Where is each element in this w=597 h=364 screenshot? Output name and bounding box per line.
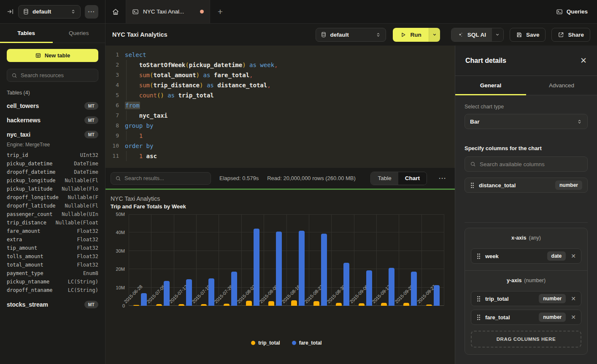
column-row: dropoff_latitudeNullable(Fl [7,202,98,210]
column-type: DateTime [74,159,98,168]
engine-badge: MT [84,131,98,138]
column-name: dropoff_latitude [7,202,56,210]
column-name: dropoff_ntaname [7,286,52,294]
new-tab-button[interactable]: + [210,0,230,23]
queries-shortcut[interactable]: Queries [556,0,597,23]
unsaved-dot-icon [200,10,204,13]
chevron-updown-icon [70,9,76,14]
tab-general[interactable]: General [455,76,526,95]
legend-item-trip_total[interactable]: trip_total [251,340,280,346]
line-number: 11 [105,151,119,161]
column-chip-label: distance_total [479,182,551,189]
available-column-chip[interactable]: distance_total number [465,178,588,193]
run-options-caret[interactable] [429,28,440,42]
share-button[interactable]: Share [551,28,590,42]
sql-editor[interactable]: 1select2 toStartOfWeek(pickup_datetime) … [105,46,455,168]
run-button-main[interactable]: Run [393,28,428,42]
sidebar-database-selector[interactable]: default [18,5,81,19]
chart-title: NYC Taxi Analytics [111,195,455,202]
chart-subtitle: Trip and Fare Totals by Week [111,203,455,210]
table-row[interactable]: stocks_streamMT [7,300,98,309]
close-panel-button[interactable]: ✕ [580,57,587,65]
chart-details-body: Select chart type Bar Specify columns fo… [455,95,597,364]
x-axis-chip-week[interactable]: week date ✕ [471,248,581,264]
chevron-updown-icon [375,32,381,38]
bar-fare_total [276,232,282,306]
drag-handle-icon[interactable] [470,182,475,189]
bar-fare_total [141,293,147,306]
center-column: 1select2 toStartOfWeek(pickup_datetime) … [105,46,455,364]
bar-fare_total [164,281,170,306]
new-table-button[interactable]: New table [7,49,98,62]
drag-handle-icon[interactable] [476,253,481,259]
remove-column-button[interactable]: ✕ [570,314,576,320]
engine-badge: MT [84,116,98,124]
code-line: 5 count() as trip_total [105,90,455,100]
sql-ai-caret[interactable] [492,28,503,41]
sidebar-tab-queries[interactable]: Queries [53,24,105,43]
table-name: cell_towers [7,102,39,109]
line-number: 9 [105,131,119,141]
y-axis-chip-fare-total[interactable]: fare_total number ✕ [471,310,581,325]
sql-ai-main[interactable]: SQL AI [451,28,492,41]
toggle-chart[interactable]: Chart [398,172,427,185]
tab-advanced[interactable]: Advanced [526,76,597,95]
column-row: pickup_latitudeNullable(Flo [7,185,98,193]
table-row[interactable]: nyc_taxiMT [7,130,98,139]
run-button[interactable]: Run [393,28,440,42]
bar-fare_total [389,268,394,306]
y-axis-type-badge: number [539,313,566,322]
y-axis-hint: (number) [524,278,546,283]
code-line: 9 1 [105,131,455,141]
y-axis-type-badge: number [539,294,566,303]
search-resources-input[interactable] [21,72,94,78]
bar-fare_total [411,272,417,306]
search-results-input[interactable] [124,175,206,181]
engine-badge: MT [84,102,98,110]
toggle-table[interactable]: Table [371,172,398,185]
collapse-sidebar-button[interactable] [7,8,14,15]
table-row[interactable]: cell_towersMT [7,102,98,110]
search-columns-input[interactable] [480,161,582,167]
y-tick-label: 20M [116,267,125,272]
column-name: total_amount [7,261,43,269]
table-row[interactable]: hackernewsMT [7,116,98,124]
save-button[interactable]: Save [510,28,546,42]
column-name: pickup_longitude [7,176,56,185]
close-icon: ✕ [580,56,587,65]
remove-column-button[interactable]: ✕ [570,296,576,302]
legend-item-fare_total[interactable]: fare_total [292,340,322,346]
line-number: 6 [105,100,119,111]
code-line: 6from [105,100,455,111]
drag-handle-icon[interactable] [476,296,481,302]
query-tab[interactable]: NYC Taxi Anal... [126,0,210,23]
column-row: extraFloat32 [7,235,98,244]
database-icon [23,8,29,15]
drag-handle-icon[interactable] [476,314,481,321]
column-name: dropoff_longitude [7,193,59,202]
remove-column-button[interactable]: ✕ [570,253,576,259]
column-row: fare_amountFloat32 [7,227,98,235]
table-name: hackernews [7,117,41,124]
sql-ai-label: SQL AI [467,32,486,38]
tab-strip: NYC Taxi Anal... + Queries [105,0,597,24]
chart-type-select[interactable]: Bar [465,114,588,129]
header-database-selector[interactable]: default [316,28,386,42]
y-axis-chip-trip-total[interactable]: trip_total number ✕ [471,291,581,306]
new-table-label: New table [45,52,70,59]
sidebar-tab-tables[interactable]: Tables [0,24,53,43]
queries-icon [556,8,563,15]
elapsed-stat: Elapsed: 0.579s [219,175,259,181]
chart-y-axis: 010M20M30M40M50M [111,214,129,306]
drag-columns-drop-zone[interactable]: DRAG COLUMNS HERE [471,331,581,348]
sql-ai-button[interactable]: SQL AI [451,28,504,42]
sidebar-more-button[interactable]: ··· [85,5,98,19]
x-tick-label: 2015-07-26 [213,284,234,304]
home-button[interactable] [105,0,126,23]
bar-trip_total [336,303,342,306]
results-more-button[interactable]: ··· [435,175,450,182]
column-name: passenger_count [7,210,52,218]
column-row: pickup_ntanameLC(String) [7,278,98,286]
database-icon [321,32,327,38]
tables-list: cell_towersMThackernewsMTnyc_taxiMTEngin… [7,102,98,309]
